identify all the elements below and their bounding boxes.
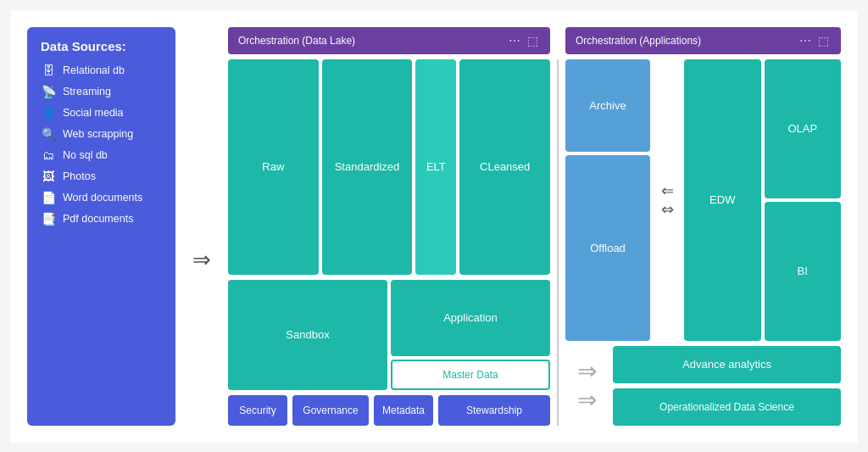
diagram-container: Data Sources: 🗄 Relational db 📡 Streamin… — [10, 10, 858, 443]
ds-label: No sql db — [63, 149, 108, 161]
offload-cell: Offload — [565, 155, 650, 341]
list-item: 👤 Social media — [41, 106, 162, 120]
advance-analytics-cell: Advance analytics — [613, 346, 841, 383]
ops-data-science-cell: Operationalized Data Science — [613, 388, 841, 426]
list-item: 🗂 No sql db — [41, 148, 162, 162]
lake-section: Raw Standardized ELT CLeansed Sandbox — [228, 59, 550, 426]
ds-label: Relational db — [63, 64, 125, 76]
list-item: 🔍 Web scrapping — [41, 127, 162, 141]
list-item: 📄 Word documents — [41, 191, 162, 204]
word-docs-icon: 📄 — [41, 191, 56, 204]
flow-arrow: ⇒ — [189, 95, 214, 426]
sandbox-cell: Sandbox — [228, 280, 387, 390]
orch-dots-left: ⋯ ⬚ — [509, 34, 540, 47]
list-item: 📑 Pdf documents — [41, 212, 162, 226]
main-diagram: Orchestration (Data Lake) ⋯ ⬚ Orchestrat… — [228, 27, 841, 426]
raw-cell: Raw — [228, 59, 319, 275]
ds-label: Pdf documents — [63, 213, 133, 225]
master-data-cell: Master Data — [391, 360, 550, 390]
big-arrow-top-icon: ⇒ — [577, 360, 597, 383]
cleansed-cell: CLeansed — [459, 59, 550, 275]
ds-label: Streaming — [63, 86, 111, 98]
security-button[interactable]: Security — [228, 395, 287, 426]
lake-footer: Security Governance Metadata Stewardship — [228, 395, 550, 426]
orch-divider — [555, 27, 560, 54]
standardized-cell: Standardized — [322, 59, 413, 275]
list-item: 🗄 Relational db — [41, 64, 162, 77]
pdf-docs-icon: 📑 — [41, 212, 56, 226]
elt-cell: ELT — [415, 59, 456, 275]
bottom-area: ⇒ ⇒ Advance analytics Operationalized Da… — [565, 346, 841, 426]
ds-label: Social media — [63, 107, 124, 119]
photos-icon: 🖼 — [41, 170, 56, 183]
big-arrow-bottom-icon: ⇒ — [577, 388, 597, 412]
lake-top-row: Raw Standardized ELT CLeansed — [228, 59, 550, 275]
governance-button[interactable]: Governance — [292, 395, 369, 426]
big-arrows-col: ⇒ ⇒ — [565, 346, 608, 426]
app-container: Application Master Data — [391, 280, 550, 390]
social-media-icon: 👤 — [41, 106, 56, 120]
data-sources-panel: Data Sources: 🗄 Relational db 📡 Streamin… — [27, 27, 175, 426]
vertical-divider — [557, 59, 559, 426]
stewardship-button[interactable]: Stewardship — [438, 395, 550, 426]
orch-datalake-label: Orchestration (Data Lake) — [238, 35, 355, 47]
data-area: Raw Standardized ELT CLeansed Sandbox — [228, 59, 841, 426]
data-sources-title: Data Sources: — [41, 39, 162, 53]
ds-label: Word documents — [63, 192, 142, 204]
lake-bottom-row: Sandbox Application Master Data — [228, 280, 550, 390]
arrow-right-icon: ⇔ — [661, 202, 674, 217]
right-section: Archive Offload ⇐ ⇔ EDW — [565, 59, 841, 426]
olap-bi-col: OLAP BI — [765, 59, 842, 341]
bi-cell: BI — [765, 202, 842, 341]
side-arrows-col: ⇐ ⇔ — [655, 59, 679, 341]
list-item: 🖼 Photos — [41, 170, 162, 183]
bottom-cells: Advance analytics Operationalized Data S… — [613, 346, 841, 426]
ds-label: Photos — [63, 170, 96, 182]
archive-offload-col: Archive Offload — [565, 59, 650, 341]
orch-datalake-bar: Orchestration (Data Lake) ⋯ ⬚ — [228, 27, 550, 54]
edw-cell: EDW — [684, 59, 761, 341]
orch-dots-right: ⋯ ⬚ — [799, 34, 831, 47]
streaming-icon: 📡 — [41, 85, 56, 98]
orch-apps-label: Orchestration (Applications) — [576, 35, 701, 47]
archive-cell: Archive — [565, 59, 650, 152]
list-item: 📡 Streaming — [41, 85, 162, 98]
arrow-left-icon: ⇐ — [661, 183, 674, 198]
metadata-button[interactable]: Metadata — [374, 395, 433, 426]
orch-apps-bar: Orchestration (Applications) ⋯ ⬚ — [565, 27, 841, 54]
ds-label: Web scrapping — [63, 128, 133, 140]
edw-section: EDW OLAP BI — [684, 59, 841, 341]
nosql-db-icon: 🗂 — [41, 148, 56, 162]
relational-db-icon: 🗄 — [41, 64, 56, 77]
right-top-area: Archive Offload ⇐ ⇔ EDW — [565, 59, 841, 341]
web-scrapping-icon: 🔍 — [41, 127, 56, 141]
orchestration-row: Orchestration (Data Lake) ⋯ ⬚ Orchestrat… — [228, 27, 841, 54]
application-cell: Application — [391, 280, 550, 356]
olap-cell: OLAP — [765, 59, 842, 198]
